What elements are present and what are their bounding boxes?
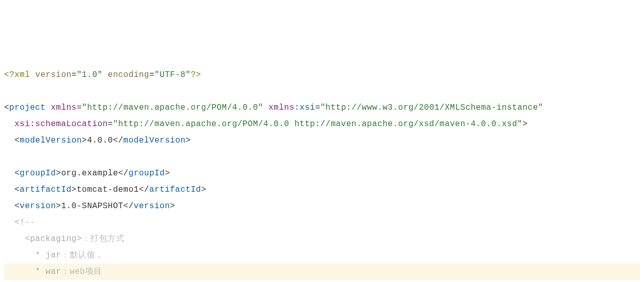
code-line: * war：web项目 xyxy=(4,264,640,280)
code-line: <version>1.0-SNAPSHOT</version> xyxy=(4,198,640,214)
code-line: <project xmlns="http://maven.apache.org/… xyxy=(4,99,640,116)
code-line xyxy=(4,83,640,99)
code-line: <groupId>org.example</groupId> xyxy=(4,165,640,182)
code-line: <artifactId>tomcat-demo1</artifactId> xyxy=(4,182,640,198)
code-line: <?xml version="1.0" encoding="UTF-8"?> xyxy=(4,67,640,83)
code-line: * jar：默认值， xyxy=(4,247,640,264)
code-line: --> xyxy=(4,280,640,282)
code-line: <packaging>：打包方式 xyxy=(4,231,640,247)
code-editor[interactable]: <?xml version="1.0" encoding="UTF-8"?> <… xyxy=(4,67,640,282)
code-line: <modelVersion>4.0.0</modelVersion> xyxy=(4,132,640,149)
code-line: <!-- xyxy=(4,214,640,231)
code-line: xsi:schemaLocation="http://maven.apache.… xyxy=(4,116,640,132)
code-line xyxy=(4,149,640,165)
